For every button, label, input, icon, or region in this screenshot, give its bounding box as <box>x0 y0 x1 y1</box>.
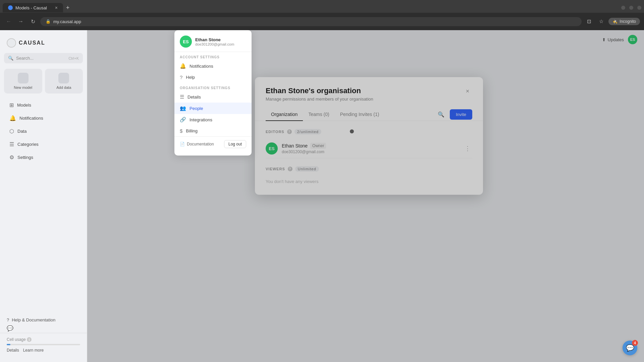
sidebar-bottom-icon: 💬 <box>0 325 87 333</box>
sidebar-help-label: Help & Documentation <box>12 317 55 322</box>
new-tab-button[interactable]: + <box>63 3 72 12</box>
tab-title: Models - Causal <box>15 5 47 10</box>
sidebar-item-notifications[interactable]: 🔔 Notifications <box>3 112 84 124</box>
account-info: Ethan Stone doe301200@gmail.com <box>195 37 234 46</box>
org-settings-section-label: ORGANISATION SETTINGS <box>174 83 252 91</box>
logo-circle <box>7 38 16 48</box>
search-bar[interactable]: 🔍 Search... Ctrl+K <box>4 53 83 63</box>
incognito-button[interactable]: 🕵 Incognito <box>608 18 640 25</box>
new-model-button[interactable]: New model <box>4 69 42 94</box>
maximize-button[interactable] <box>629 6 633 10</box>
incognito-icon: 🕵 <box>612 19 618 24</box>
dropdown-details-icon: ☰ <box>180 94 184 100</box>
minimize-button[interactable] <box>621 6 625 10</box>
dropdown-people[interactable]: 👥 People <box>174 103 252 114</box>
dropdown-notifications-label: Notifications <box>190 64 213 69</box>
sidebar-help-link[interactable]: ? Help & Documentation <box>0 315 87 325</box>
data-icon: ⬡ <box>9 128 14 134</box>
close-window-button[interactable] <box>637 6 641 10</box>
browser-tabs: Models - Causal × + <box>0 0 644 13</box>
dropdown-details-label: Details <box>187 95 201 100</box>
dropdown-help[interactable]: ? Help <box>174 72 252 83</box>
account-dropdown: ES Ethan Stone doe301200@gmail.com ACCOU… <box>174 30 252 156</box>
toolbar-actions: ⊡ ☆ 🕵 Incognito <box>584 17 640 26</box>
sidebar: CAUSAL 🔍 Search... Ctrl+K New model Add … <box>0 30 87 362</box>
new-model-label: New model <box>14 85 32 89</box>
sidebar-item-settings[interactable]: ⚙ Settings <box>3 151 84 164</box>
documentation-icon: 📄 <box>180 142 185 146</box>
sidebar-new-buttons: New model Add data <box>0 69 87 99</box>
app-container: CAUSAL 🔍 Search... Ctrl+K New model Add … <box>0 30 644 362</box>
refresh-button[interactable]: ↻ <box>28 17 38 26</box>
dropdown-notifications-icon: 🔔 <box>180 63 186 69</box>
incognito-label: Incognito <box>620 19 636 24</box>
documentation-link[interactable]: 📄 Documentation <box>180 142 214 146</box>
dropdown-integrations-icon: 🔗 <box>180 117 186 123</box>
dropdown-billing-icon: $ <box>180 128 182 134</box>
cell-usage-bar <box>7 344 80 345</box>
dropdown-footer: 📄 Documentation Log out <box>174 136 252 152</box>
sidebar-logo: CAUSAL <box>0 36 87 53</box>
search-shortcut: Ctrl+K <box>68 56 79 60</box>
lock-icon: 🔒 <box>46 19 51 24</box>
cell-usage-details-link[interactable]: Details <box>7 348 19 353</box>
categories-icon: ☰ <box>9 141 14 147</box>
cast-icon[interactable]: ⊡ <box>584 17 594 26</box>
browser-chrome: Models - Causal × + ← → ↻ 🔒 my.causal.ap… <box>0 0 644 30</box>
chat-bubble-button[interactable]: 💬 4 <box>623 341 637 355</box>
search-placeholder: Search... <box>16 56 34 61</box>
account-settings-section-label: ACCOUNT SETTINGS <box>174 52 252 60</box>
documentation-label: Documentation <box>187 142 214 146</box>
browser-toolbar: ← → ↻ 🔒 my.causal.app ⊡ ☆ 🕵 Incognito <box>0 13 644 30</box>
dropdown-people-icon: 👥 <box>180 105 186 111</box>
search-icon: 🔍 <box>8 56 13 61</box>
sidebar-item-categories[interactable]: ☰ Categories <box>3 138 84 150</box>
dropdown-help-label: Help <box>186 75 195 80</box>
settings-icon: ⚙ <box>9 154 14 161</box>
dropdown-notifications[interactable]: 🔔 Notifications <box>174 60 252 72</box>
modal-overlay[interactable] <box>87 30 644 362</box>
account-email: doe301200@gmail.com <box>195 42 234 46</box>
bookmark-icon[interactable]: ☆ <box>596 17 606 26</box>
cell-usage-links: Details Learn more <box>7 348 80 353</box>
cell-usage-fill <box>7 344 10 345</box>
tab-close-button[interactable]: × <box>55 5 58 10</box>
sidebar-item-notifications-label: Notifications <box>19 116 43 121</box>
notifications-icon: 🔔 <box>9 115 16 121</box>
sidebar-item-settings-label: Settings <box>17 155 33 160</box>
address-bar[interactable]: 🔒 my.causal.app <box>40 17 582 26</box>
sidebar-item-models-label: Models <box>17 103 31 108</box>
add-data-icon <box>58 73 69 83</box>
help-icon: ? <box>7 317 9 322</box>
url-text: my.causal.app <box>53 19 81 24</box>
dropdown-help-icon: ? <box>180 74 182 80</box>
models-icon: ⊞ <box>9 102 14 108</box>
active-tab[interactable]: Models - Causal × <box>3 3 63 12</box>
account-header: ES Ethan Stone doe301200@gmail.com <box>174 36 252 52</box>
sidebar-item-models[interactable]: ⊞ Models <box>3 99 84 111</box>
chat-badge-count: 4 <box>632 340 638 346</box>
cell-usage-section: Cell usage i Details Learn more <box>0 333 87 357</box>
dropdown-people-label: People <box>190 106 203 111</box>
cell-usage-info-icon: i <box>27 337 32 342</box>
tab-favicon <box>8 5 13 10</box>
add-data-label: Add data <box>56 85 71 89</box>
logout-button[interactable]: Log out <box>224 140 246 148</box>
dropdown-integrations[interactable]: 🔗 Integrations <box>174 114 252 125</box>
main-content: ⬆ Updates ES ES Ethan Stone doe301200@gm… <box>87 30 644 362</box>
dropdown-details[interactable]: ☰ Details <box>174 91 252 103</box>
back-button[interactable]: ← <box>4 17 13 26</box>
account-avatar: ES <box>180 36 192 48</box>
dropdown-billing[interactable]: $ Billing <box>174 125 252 136</box>
account-name: Ethan Stone <box>195 37 234 42</box>
new-model-icon <box>18 73 29 83</box>
sidebar-item-data-label: Data <box>17 129 26 134</box>
sidebar-item-data[interactable]: ⬡ Data <box>3 125 84 137</box>
dropdown-billing-label: Billing <box>186 128 198 133</box>
forward-button[interactable]: → <box>16 17 25 26</box>
messages-icon[interactable]: 💬 <box>3 324 17 333</box>
cell-usage-label: Cell usage i <box>7 337 80 342</box>
cell-usage-learn-more-link[interactable]: Learn more <box>23 348 44 353</box>
logo-text: CAUSAL <box>19 40 45 46</box>
add-data-button[interactable]: Add data <box>45 69 83 94</box>
